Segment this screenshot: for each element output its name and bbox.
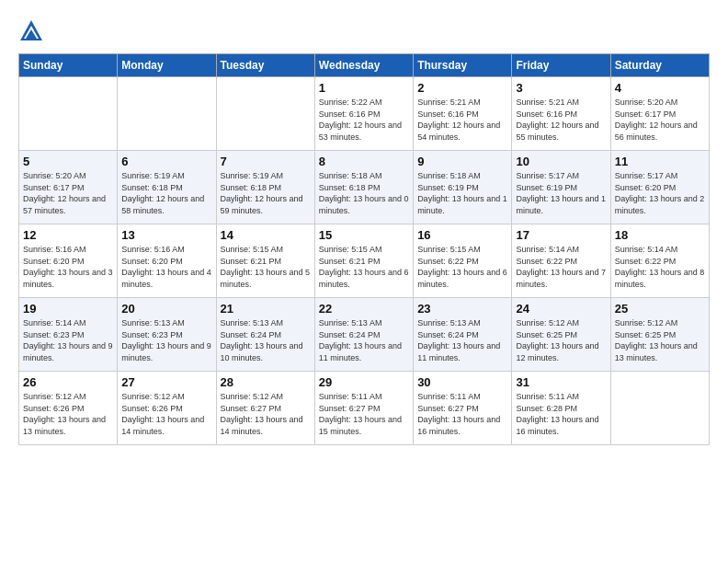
calendar-cell: 28Sunrise: 5:12 AMSunset: 6:27 PMDayligh… [216, 372, 314, 445]
calendar-week-row: 5Sunrise: 5:20 AMSunset: 6:17 PMDaylight… [19, 151, 710, 224]
day-number: 20 [121, 302, 211, 316]
calendar-cell [19, 77, 118, 151]
calendar-cell [216, 77, 314, 151]
cell-info: Sunrise: 5:19 AMSunset: 6:18 PMDaylight:… [121, 170, 211, 216]
cell-info: Sunrise: 5:17 AMSunset: 6:19 PMDaylight:… [516, 170, 606, 216]
cell-info: Sunrise: 5:18 AMSunset: 6:18 PMDaylight:… [319, 170, 409, 216]
calendar-cell: 22Sunrise: 5:13 AMSunset: 6:24 PMDayligh… [314, 298, 413, 372]
day-number: 17 [516, 228, 606, 242]
day-number: 7 [221, 155, 311, 168]
cell-info: Sunrise: 5:13 AMSunset: 6:24 PMDaylight:… [221, 317, 311, 363]
day-number: 16 [417, 228, 507, 242]
cell-info: Sunrise: 5:13 AMSunset: 6:23 PMDaylight:… [121, 317, 211, 363]
cell-info: Sunrise: 5:12 AMSunset: 6:27 PMDaylight:… [221, 391, 311, 437]
cell-info: Sunrise: 5:15 AMSunset: 6:21 PMDaylight:… [221, 244, 311, 290]
day-number: 18 [615, 228, 705, 242]
calendar-table: SundayMondayTuesdayWednesdayThursdayFrid… [18, 53, 710, 445]
day-number: 31 [516, 375, 606, 389]
day-number: 29 [319, 375, 409, 389]
calendar-cell: 29Sunrise: 5:11 AMSunset: 6:27 PMDayligh… [314, 372, 413, 445]
calendar-cell: 9Sunrise: 5:18 AMSunset: 6:19 PMDaylight… [414, 151, 512, 224]
cell-info: Sunrise: 5:11 AMSunset: 6:28 PMDaylight:… [516, 391, 606, 437]
cell-info: Sunrise: 5:12 AMSunset: 6:25 PMDaylight:… [516, 317, 606, 363]
weekday-header: Monday [118, 54, 216, 77]
day-number: 9 [417, 155, 507, 168]
calendar-cell: 2Sunrise: 5:21 AMSunset: 6:16 PMDaylight… [414, 77, 512, 151]
day-number: 28 [221, 375, 311, 389]
day-number: 30 [417, 375, 507, 389]
page: SundayMondayTuesdayWednesdayThursdayFrid… [0, 0, 728, 454]
day-number: 10 [516, 155, 606, 168]
cell-info: Sunrise: 5:12 AMSunset: 6:25 PMDaylight:… [615, 317, 705, 363]
day-number: 19 [23, 302, 113, 316]
calendar-cell: 30Sunrise: 5:11 AMSunset: 6:27 PMDayligh… [414, 372, 512, 445]
cell-info: Sunrise: 5:20 AMSunset: 6:17 PMDaylight:… [23, 170, 113, 216]
day-number: 11 [615, 155, 705, 168]
calendar-cell: 21Sunrise: 5:13 AMSunset: 6:24 PMDayligh… [216, 298, 314, 372]
cell-info: Sunrise: 5:13 AMSunset: 6:24 PMDaylight:… [417, 317, 507, 363]
calendar-cell: 12Sunrise: 5:16 AMSunset: 6:20 PMDayligh… [19, 224, 118, 298]
day-number: 8 [319, 155, 409, 168]
weekday-header: Thursday [414, 54, 512, 77]
cell-info: Sunrise: 5:11 AMSunset: 6:27 PMDaylight:… [319, 391, 409, 437]
day-number: 1 [319, 81, 409, 95]
day-number: 14 [221, 228, 311, 242]
calendar-cell: 17Sunrise: 5:14 AMSunset: 6:22 PMDayligh… [512, 224, 610, 298]
calendar-cell [118, 77, 216, 151]
cell-info: Sunrise: 5:14 AMSunset: 6:22 PMDaylight:… [516, 244, 606, 290]
calendar-cell: 23Sunrise: 5:13 AMSunset: 6:24 PMDayligh… [414, 298, 512, 372]
cell-info: Sunrise: 5:12 AMSunset: 6:26 PMDaylight:… [23, 391, 113, 437]
cell-info: Sunrise: 5:14 AMSunset: 6:23 PMDaylight:… [23, 317, 113, 363]
day-number: 3 [516, 81, 606, 95]
cell-info: Sunrise: 5:13 AMSunset: 6:24 PMDaylight:… [319, 317, 409, 363]
calendar-cell: 5Sunrise: 5:20 AMSunset: 6:17 PMDaylight… [19, 151, 118, 224]
header [18, 18, 710, 44]
calendar-cell: 20Sunrise: 5:13 AMSunset: 6:23 PMDayligh… [118, 298, 216, 372]
cell-info: Sunrise: 5:21 AMSunset: 6:16 PMDaylight:… [417, 97, 507, 143]
calendar-cell: 19Sunrise: 5:14 AMSunset: 6:23 PMDayligh… [19, 298, 118, 372]
calendar-cell: 26Sunrise: 5:12 AMSunset: 6:26 PMDayligh… [19, 372, 118, 445]
calendar-week-row: 12Sunrise: 5:16 AMSunset: 6:20 PMDayligh… [19, 224, 710, 298]
calendar-cell: 4Sunrise: 5:20 AMSunset: 6:17 PMDaylight… [610, 77, 709, 151]
calendar-cell: 8Sunrise: 5:18 AMSunset: 6:18 PMDaylight… [314, 151, 413, 224]
day-number: 13 [121, 228, 211, 242]
day-number: 23 [417, 302, 507, 316]
day-number: 22 [319, 302, 409, 316]
day-number: 6 [121, 155, 211, 168]
cell-info: Sunrise: 5:15 AMSunset: 6:22 PMDaylight:… [417, 244, 507, 290]
calendar-cell: 16Sunrise: 5:15 AMSunset: 6:22 PMDayligh… [414, 224, 512, 298]
calendar-cell: 24Sunrise: 5:12 AMSunset: 6:25 PMDayligh… [512, 298, 610, 372]
calendar-cell: 1Sunrise: 5:22 AMSunset: 6:16 PMDaylight… [314, 77, 413, 151]
calendar-week-row: 19Sunrise: 5:14 AMSunset: 6:23 PMDayligh… [19, 298, 710, 372]
day-number: 5 [23, 155, 113, 168]
calendar-cell: 13Sunrise: 5:16 AMSunset: 6:20 PMDayligh… [118, 224, 216, 298]
calendar-week-row: 26Sunrise: 5:12 AMSunset: 6:26 PMDayligh… [19, 372, 710, 445]
calendar-cell: 15Sunrise: 5:15 AMSunset: 6:21 PMDayligh… [314, 224, 413, 298]
day-number: 12 [23, 228, 113, 242]
cell-info: Sunrise: 5:18 AMSunset: 6:19 PMDaylight:… [417, 170, 507, 216]
calendar-week-row: 1Sunrise: 5:22 AMSunset: 6:16 PMDaylight… [19, 77, 710, 151]
calendar-cell: 11Sunrise: 5:17 AMSunset: 6:20 PMDayligh… [610, 151, 709, 224]
calendar-cell [610, 372, 709, 445]
cell-info: Sunrise: 5:19 AMSunset: 6:18 PMDaylight:… [221, 170, 311, 216]
cell-info: Sunrise: 5:22 AMSunset: 6:16 PMDaylight:… [319, 97, 409, 143]
cell-info: Sunrise: 5:16 AMSunset: 6:20 PMDaylight:… [121, 244, 211, 290]
weekday-header: Tuesday [216, 54, 314, 77]
weekday-header: Friday [512, 54, 610, 77]
day-number: 15 [319, 228, 409, 242]
calendar-cell: 31Sunrise: 5:11 AMSunset: 6:28 PMDayligh… [512, 372, 610, 445]
day-number: 21 [221, 302, 311, 316]
calendar-header-row: SundayMondayTuesdayWednesdayThursdayFrid… [19, 54, 710, 77]
day-number: 25 [615, 302, 705, 316]
day-number: 24 [516, 302, 606, 316]
cell-info: Sunrise: 5:14 AMSunset: 6:22 PMDaylight:… [615, 244, 705, 290]
cell-info: Sunrise: 5:17 AMSunset: 6:20 PMDaylight:… [615, 170, 705, 216]
day-number: 27 [121, 375, 211, 389]
calendar-cell: 18Sunrise: 5:14 AMSunset: 6:22 PMDayligh… [610, 224, 709, 298]
cell-info: Sunrise: 5:21 AMSunset: 6:16 PMDaylight:… [516, 97, 606, 143]
logo [18, 18, 48, 44]
day-number: 4 [615, 81, 705, 95]
weekday-header: Sunday [19, 54, 118, 77]
day-number: 2 [417, 81, 507, 95]
calendar-cell: 25Sunrise: 5:12 AMSunset: 6:25 PMDayligh… [610, 298, 709, 372]
